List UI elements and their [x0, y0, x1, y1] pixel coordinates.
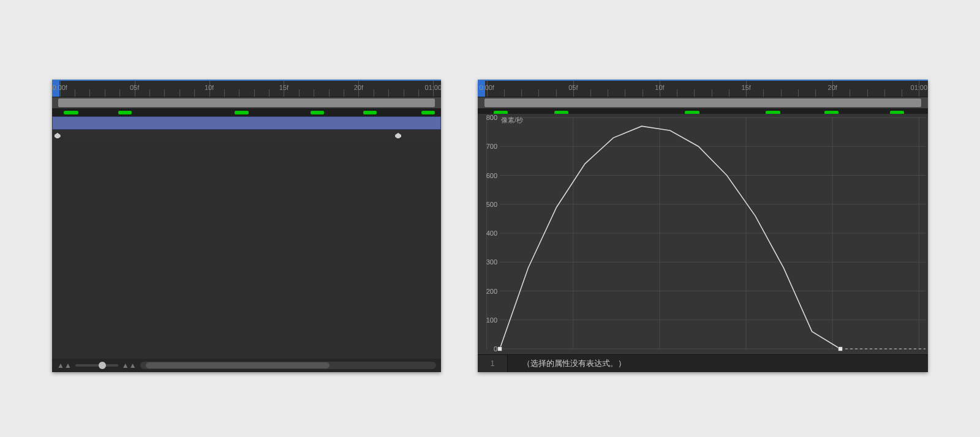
y-tick-label: 0 [494, 345, 497, 353]
ruler-label: 15f [279, 84, 288, 91]
ruler-label: 10f [205, 84, 214, 91]
timeline-scrollbar-thumb[interactable] [146, 362, 330, 368]
layer-bar[interactable] [52, 116, 441, 130]
graph-svg [478, 114, 928, 355]
zoom-slider[interactable] [75, 364, 118, 367]
work-area-span[interactable] [484, 99, 921, 107]
y-tick-label: 100 [486, 316, 497, 324]
ruler-label: 01:00 [425, 84, 441, 91]
zoom-slider-knob[interactable] [99, 362, 106, 369]
keyframe-segment[interactable] [64, 111, 78, 114]
work-area-bar[interactable] [478, 97, 928, 109]
y-tick-label: 800 [486, 114, 497, 121]
speed-graph[interactable]: 像素/秒 0100200300400500600700800 [478, 114, 928, 355]
ruler-label: 0:00f [479, 84, 494, 91]
timeline-footer: ▲▲ ▲▲ [52, 359, 441, 372]
y-tick-label: 700 [486, 143, 497, 150]
y-axis-labels: 0100200300400500600700800 [478, 114, 500, 355]
keyframe-segment[interactable] [363, 111, 377, 114]
ruler-label: 05f [568, 84, 578, 91]
ruler-label: 05f [130, 84, 139, 91]
y-tick-label: 200 [486, 288, 497, 295]
work-area-bar[interactable] [52, 97, 441, 109]
zoom-out-icon[interactable]: ▲▲ [57, 361, 72, 370]
time-ruler[interactable]: 0:00f05f10f15f20f01:00 [52, 80, 441, 97]
ruler-label: 0:00f [52, 84, 67, 91]
ruler-label: 10f [655, 84, 664, 91]
speed-curve[interactable] [500, 126, 840, 349]
graph-editor-panel: 0:00f05f10f15f20f01:00 像素/秒 010020030040… [478, 80, 928, 372]
keyframe-segment[interactable] [311, 111, 324, 114]
ruler-label: 20f [828, 84, 837, 91]
y-axis-unit: 像素/秒 [501, 116, 523, 125]
keyframe-segment[interactable] [118, 111, 132, 114]
keyframe-segment[interactable] [421, 111, 435, 114]
y-tick-label: 600 [486, 172, 497, 179]
expression-message: （选择的属性没有表达式。） [508, 358, 626, 369]
ruler-label: 20f [354, 84, 363, 91]
timeline-panel: 0:00f05f10f15f20f01:00 ▲▲ ▲▲ [52, 80, 441, 372]
timeline-empty-area [52, 138, 441, 359]
y-tick-label: 300 [486, 258, 497, 266]
work-area-span[interactable] [58, 99, 435, 107]
timeline-scrollbar[interactable] [140, 362, 436, 369]
ruler-label: 15f [741, 84, 750, 91]
ruler-label: 01:00 [911, 84, 928, 91]
keyframe-handle-end[interactable] [839, 347, 843, 351]
keyframe-segment[interactable] [235, 111, 248, 114]
y-tick-label: 400 [486, 230, 497, 237]
zoom-in-icon[interactable]: ▲▲ [122, 361, 137, 370]
expression-line-number: 1 [478, 355, 508, 372]
y-tick-label: 500 [486, 201, 497, 208]
time-ruler[interactable]: 0:00f05f10f15f20f01:00 [478, 80, 928, 97]
expression-bar: 1 （选择的属性没有表达式。） [478, 354, 928, 372]
graph-grid [487, 118, 925, 349]
